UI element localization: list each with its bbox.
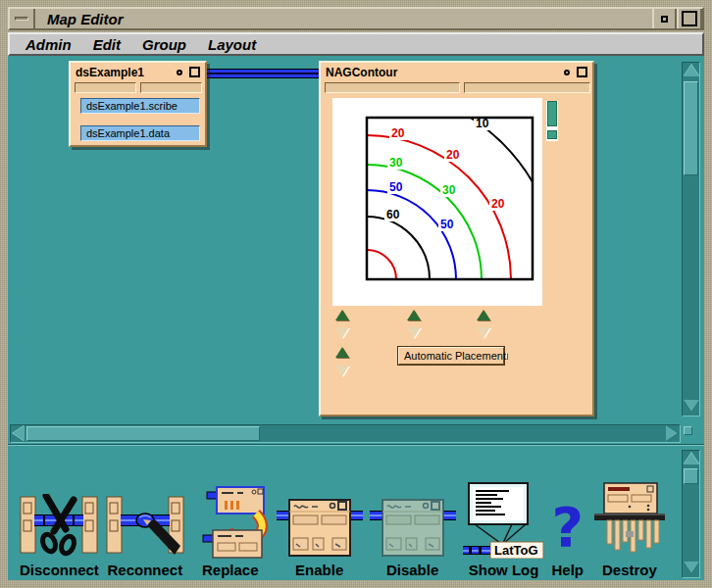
module-item-data[interactable]: dsExample1.data: [80, 125, 200, 141]
arrow-up-toggle[interactable]: [335, 310, 349, 320]
iconify-button[interactable]: [652, 9, 677, 28]
toolbar-label: Destroy: [602, 562, 657, 578]
svg-text:50: 50: [440, 218, 454, 231]
menubar: Admin Edit Group Layout: [8, 32, 704, 56]
question-icon: ?: [552, 496, 584, 559]
module-icon: [277, 498, 363, 559]
scroll-down-arrow[interactable]: [684, 562, 699, 573]
placement-option-menu[interactable]: Automatic Placement: [398, 347, 504, 365]
canvas-v-scrollbar[interactable]: [682, 62, 700, 416]
module-titlebar[interactable]: NAGContour: [321, 63, 592, 80]
menu-item-group[interactable]: Group: [140, 36, 188, 53]
v-scroll-thumb[interactable]: [684, 81, 698, 175]
toolbar-item-disconnect[interactable]: Disconnect: [20, 494, 99, 578]
placement-option-label: Automatic Placement: [404, 350, 506, 362]
module-well[interactable]: [325, 82, 460, 93]
scroll-left-arrow[interactable]: [13, 425, 25, 441]
toolbar-v-scrollbar[interactable]: [682, 450, 700, 578]
scroll-up-arrow[interactable]: [684, 453, 699, 465]
window-menu-button[interactable]: [10, 9, 35, 28]
toolbar-label: Help: [551, 562, 584, 578]
menu-item-admin[interactable]: Admin: [24, 36, 74, 53]
toolbar: Disconnect: [10, 446, 681, 578]
menu-item-layout[interactable]: Layout: [206, 36, 258, 53]
maximize-button[interactable]: [677, 9, 702, 28]
map-canvas[interactable]: dsExample1 dsExample1.scribe dsExample1.…: [8, 56, 704, 580]
toolbar-item-replace[interactable]: Replace: [191, 486, 270, 578]
arrow-down-toggle[interactable]: [335, 366, 349, 376]
module-well[interactable]: [464, 82, 590, 93]
toolbar-item-help[interactable]: ? Help: [551, 496, 584, 578]
arrow-up-toggle[interactable]: [335, 347, 349, 358]
arrow-down-toggle[interactable]: [407, 327, 421, 338]
svg-text:30: 30: [389, 156, 403, 170]
toolbar-item-disable[interactable]: Disable: [370, 498, 456, 578]
toolbar-label: Enable: [295, 562, 343, 578]
svg-text:30: 30: [442, 183, 456, 197]
scissors-icon: [20, 494, 98, 559]
window-title: Map Editor: [35, 11, 652, 27]
toolbar-item-destroy[interactable]: Destroy: [590, 482, 669, 578]
scale-blocks: [546, 101, 558, 141]
scroll-down-arrow[interactable]: [684, 400, 699, 412]
pen-icon: [106, 494, 184, 559]
monitor-label-text: LatToG: [494, 543, 538, 558]
contour-canvas: 102020203030505060: [332, 98, 542, 306]
module-faded-icon: [370, 498, 456, 559]
module-square-icon[interactable]: [577, 67, 587, 77]
module-window-dsexample1[interactable]: dsExample1 dsExample1.scribe dsExample1.…: [69, 61, 207, 147]
module-circle-icon[interactable]: [177, 70, 182, 75]
titlebar[interactable]: Map Editor: [8, 7, 704, 30]
toolbar-item-enable[interactable]: Enable: [277, 498, 363, 578]
maximize-icon: [682, 11, 697, 26]
connection-pipe[interactable]: [204, 69, 324, 79]
window-menu-dash-icon: [15, 17, 28, 21]
arrow-down-toggle[interactable]: [477, 327, 490, 338]
arrow-down-toggle[interactable]: [335, 327, 349, 338]
scroll-up-arrow[interactable]: [684, 65, 699, 76]
toolbar-label: Show Log: [469, 562, 539, 578]
scroll-right-arrow[interactable]: [666, 425, 678, 441]
v-scroll-thumb[interactable]: [684, 468, 698, 484]
module-square-icon[interactable]: [189, 67, 200, 77]
module-circle-icon[interactable]: [564, 70, 570, 75]
scrollbar-corner-grip[interactable]: [682, 424, 700, 443]
module-well[interactable]: [75, 82, 136, 93]
toolbar-label: Disconnect: [20, 562, 99, 578]
module-titlebar[interactable]: dsExample1: [71, 63, 205, 80]
arrow-up-toggle[interactable]: [407, 310, 421, 320]
replace-arrow-icon: [191, 486, 270, 559]
shredder-icon: [590, 482, 669, 559]
h-scroll-thumb[interactable]: [26, 426, 260, 441]
svg-text:20: 20: [446, 148, 460, 162]
svg-text:20: 20: [391, 126, 405, 140]
svg-text:60: 60: [386, 208, 400, 221]
iconify-icon: [661, 16, 668, 23]
toolbar-item-reconnect[interactable]: Reconnect: [106, 494, 184, 578]
window-frame: Map Editor Admin Edit Group Layout dsExa…: [0, 0, 712, 588]
module-item-scribe[interactable]: dsExample1.scribe: [80, 98, 200, 114]
menu-item-edit[interactable]: Edit: [91, 36, 123, 53]
toolbar-label: Disable: [386, 562, 438, 578]
toolbar-label: Replace: [202, 562, 259, 578]
contour-plot: 102020203030505060: [332, 98, 542, 306]
toolbar-item-showlog[interactable]: LatToG Show Log: [463, 482, 545, 578]
svg-text:20: 20: [491, 197, 505, 211]
module-window-nagcontour[interactable]: NAGContour 102020203030505060: [319, 61, 594, 416]
arrow-up-toggle[interactable]: [477, 310, 490, 320]
canvas-h-scrollbar[interactable]: [10, 424, 681, 443]
monitor-icon: LatToG: [463, 482, 545, 559]
option-menu-dash-icon: [506, 353, 508, 360]
module-well[interactable]: [140, 82, 202, 93]
svg-text:50: 50: [389, 180, 403, 194]
module-title: NAGContour: [321, 63, 592, 79]
toolbar-label: Reconnect: [107, 562, 182, 578]
